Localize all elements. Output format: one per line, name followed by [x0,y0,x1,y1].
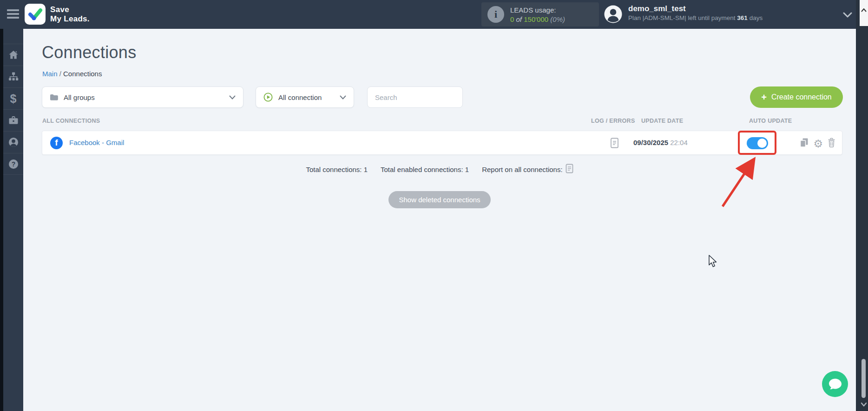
delete-trash-icon[interactable] [827,138,836,150]
services-icon [8,115,19,126]
scrollbar-down-arrow-icon[interactable] [860,401,868,409]
column-header-update-date: UPDATE DATE [641,118,683,124]
info-icon: i [487,6,504,23]
update-date-value: 09/30/2025 22:04 [633,139,688,146]
connection-title-link[interactable]: Facebook - Gmail [69,139,124,146]
chevron-down-icon [340,93,346,101]
report-all-text: Report on all connections: [482,166,562,173]
connection-row: f Facebook - Gmail 09/30/2025 22:04 [42,131,842,155]
connections-icon [8,71,19,82]
account-icon [8,137,19,148]
sidebar: $ [0,29,23,411]
show-deleted-wrap: Show deleted connections [23,191,856,208]
show-deleted-connections-button[interactable]: Show deleted connections [388,191,490,208]
user-avatar[interactable] [604,5,623,24]
help-icon: ? [8,159,19,170]
chat-widget-button[interactable] [822,371,848,397]
chevron-down-icon[interactable] [843,11,852,20]
total-enabled-text: Total enabled connections: 1 [381,166,469,173]
create-connection-button[interactable]: + Create connection [750,86,843,108]
sidebar-item-home[interactable] [3,44,23,66]
plus-icon: + [761,93,767,102]
user-name[interactable]: demo_sml_test [628,4,686,13]
log-errors-icon[interactable] [610,138,619,150]
svg-text:?: ? [11,160,15,168]
breadcrumb-current: Connections [63,70,102,78]
connections-summary: Total connections: 1 Total enabled conne… [23,164,856,175]
leads-usage-value: 0 of 150'000 (0%) [510,15,565,23]
breadcrumb-main-link[interactable]: Main [42,70,58,78]
sidebar-item-account[interactable] [3,131,23,153]
page-scrollbar[interactable] [856,0,868,411]
window-edge [0,29,3,411]
groups-filter-value: All groups [64,93,95,101]
connection-type-dropdown[interactable]: All connection [256,86,354,108]
leads-usage-label: LEADS usage: [510,6,556,14]
folder-icon [50,94,58,100]
scrollbar-up-arrow-icon[interactable] [860,0,868,26]
logo-text: Save My Leads. [50,5,90,24]
sidebar-item-billing[interactable]: $ [3,87,23,109]
sidebar-item-connections[interactable] [3,66,23,87]
connection-type-value: All connection [278,93,322,101]
top-bar: Save My Leads. i LEADS usage: 0 of 150'0… [0,0,856,29]
column-header-all-connections: ALL CONNECTIONS [42,118,100,124]
report-document-icon[interactable] [566,164,573,175]
scrollbar-thumb[interactable] [861,359,866,398]
column-header-log-errors: LOG / ERRORS [591,118,635,124]
page-title: Connections [42,43,136,62]
breadcrumb: Main / Connections [42,70,102,78]
column-header-auto-update: AUTO UPDATE [749,118,792,124]
chevron-down-icon [229,93,236,101]
user-plan-info: Plan |ADM-SML-SM| left until payment 361… [628,14,763,21]
total-connections-text: Total connections: 1 [306,166,368,173]
connections-page: Save My Leads. i LEADS usage: 0 of 150'0… [0,0,868,411]
settings-gear-icon[interactable]: ⚙ [813,139,823,149]
copy-connection-icon[interactable] [799,138,809,150]
auto-update-toggle[interactable] [747,137,768,149]
sidebar-item-help[interactable]: ? [3,153,23,175]
groups-filter-dropdown[interactable]: All groups [42,86,243,108]
home-icon [8,49,19,60]
sidebar-item-services[interactable] [3,109,23,131]
hamburger-menu-icon[interactable] [7,9,19,20]
play-circle-icon [263,93,273,102]
leads-usage-widget: i LEADS usage: 0 of 150'000 (0%) [481,2,599,27]
savemyleads-logo-icon[interactable] [25,4,46,25]
search-input[interactable] [367,86,463,108]
billing-icon: $ [10,92,17,106]
facebook-icon: f [50,137,63,149]
